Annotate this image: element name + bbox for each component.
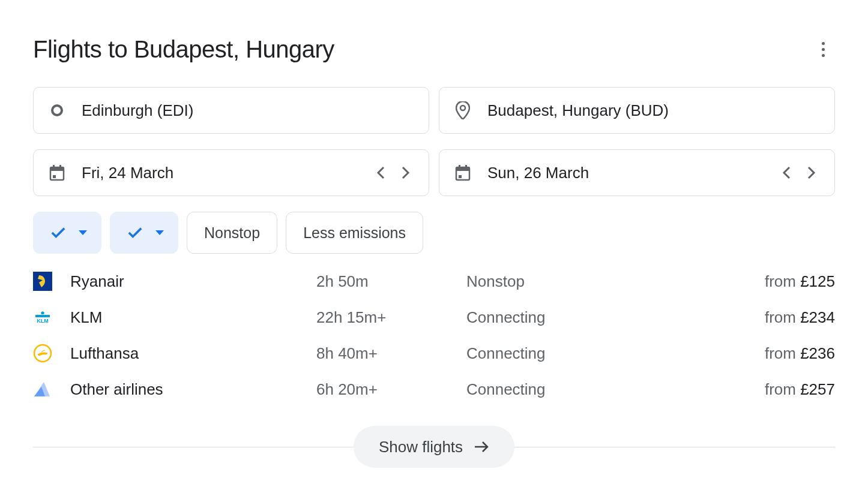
flights-list: Ryanair 2h 50m Nonstop from £125 KLM KLM… [33,272,835,399]
origin-input[interactable]: Edinburgh (EDI) [33,87,429,134]
svg-rect-10 [465,165,467,169]
airline-logo-ryanair [33,272,52,291]
caret-down-icon [155,230,164,235]
svg-rect-13 [35,315,50,317]
flight-price: from £257 [765,380,835,399]
arrow-right-icon [474,441,489,453]
check-icon [128,226,142,240]
svg-rect-5 [59,165,61,169]
calendar-icon [455,165,471,181]
flight-duration: 2h 50m [316,272,466,291]
departure-date-input[interactable]: Fri, 24 March [33,149,429,196]
airline-name: Other airlines [70,380,316,399]
departure-date-prev-button[interactable] [373,166,388,180]
destination-pin-icon [455,103,471,118]
svg-rect-4 [53,165,55,169]
flight-duration: 6h 20m+ [316,380,466,399]
flight-row[interactable]: Ryanair 2h 50m Nonstop from £125 [33,272,835,291]
destination-input[interactable]: Budapest, Hungary (BUD) [439,87,835,134]
divider [33,447,354,447]
destination-value: Budapest, Hungary (BUD) [487,101,819,120]
departure-date-value: Fri, 24 March [82,164,173,182]
chevron-left-icon [782,166,791,179]
airline-name: Ryanair [70,272,316,291]
airline-logo-klm: KLM [33,308,52,327]
flight-row[interactable]: Lufthansa 8h 40m+ Connecting from £236 [33,344,835,363]
origin-value: Edinburgh (EDI) [82,101,413,120]
svg-rect-3 [50,167,64,171]
filter-nonstop[interactable]: Nonstop [187,212,277,254]
chevron-right-icon [807,166,816,179]
flight-stops: Connecting [466,344,765,363]
departure-date-next-button[interactable] [399,166,413,180]
svg-point-1 [460,106,465,110]
svg-rect-9 [459,165,460,169]
filter-label: Less emissions [303,224,406,242]
svg-rect-8 [456,167,469,171]
return-date-value: Sun, 26 March [487,164,589,182]
airline-name: Lufthansa [70,344,316,363]
flight-duration: 22h 15m+ [316,308,466,327]
flight-stops: Connecting [466,308,765,327]
more-vert-icon [822,42,825,45]
flight-price: from £234 [765,308,835,327]
show-flights-button[interactable]: Show flights [354,426,514,468]
show-flights-label: Show flights [379,438,463,456]
flight-duration: 8h 40m+ [316,344,466,363]
flight-price: from £125 [765,272,835,291]
svg-rect-11 [459,175,462,178]
return-date-input[interactable]: Sun, 26 March [439,149,835,196]
divider [514,447,835,447]
flight-stops: Nonstop [466,272,765,291]
more-options-button[interactable] [811,38,835,62]
calendar-icon [49,165,65,181]
airline-logo-other [33,380,52,399]
flight-row[interactable]: KLM KLM 22h 15m+ Connecting from £234 [33,308,835,327]
flight-row[interactable]: Other airlines 6h 20m+ Connecting from £… [33,380,835,399]
filter-less-emissions[interactable]: Less emissions [286,212,423,254]
check-icon [51,226,65,240]
return-date-prev-button[interactable] [779,166,794,180]
airline-name: KLM [70,308,316,327]
flight-price: from £236 [765,344,835,363]
chevron-right-icon [402,166,410,179]
return-date-next-button[interactable] [804,166,819,180]
filter-dropdown-2[interactable] [110,212,178,254]
flight-stops: Connecting [466,380,765,399]
svg-rect-6 [53,175,56,178]
airline-logo-lufthansa [33,344,52,363]
page-title: Flights to Budapest, Hungary [33,36,334,63]
chevron-left-icon [376,166,385,179]
filter-dropdown-1[interactable] [33,212,101,254]
svg-point-0 [52,106,62,115]
origin-icon [49,103,65,118]
svg-text:KLM: KLM [37,318,49,323]
caret-down-icon [79,230,87,235]
filter-label: Nonstop [204,224,260,242]
